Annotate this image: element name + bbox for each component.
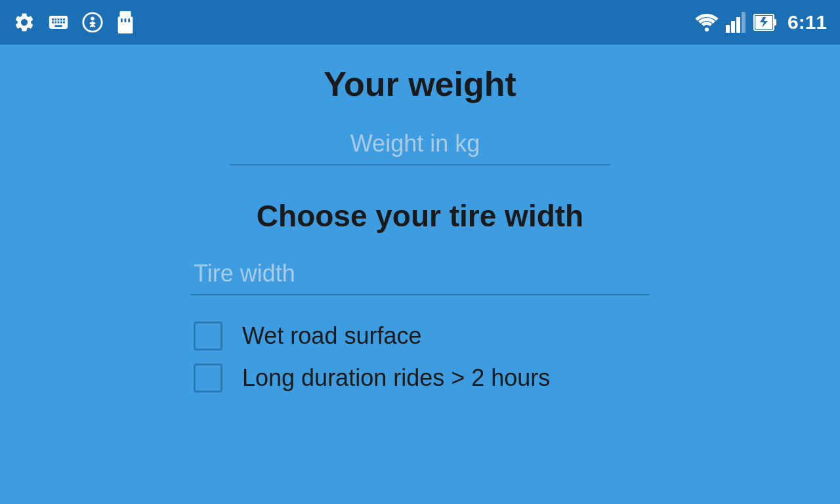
signal-icon xyxy=(726,12,747,33)
status-bar: 6:11 xyxy=(0,0,840,45)
wifi-icon xyxy=(694,12,719,33)
svg-rect-10 xyxy=(128,18,130,22)
status-bar-right-icons: 6:11 xyxy=(694,11,827,33)
checkboxes-container: Wet road surface Long duration rides > 2… xyxy=(190,322,650,392)
wet-road-label: Wet road surface xyxy=(242,322,421,350)
weight-input[interactable] xyxy=(230,123,610,165)
svg-rect-15 xyxy=(742,12,746,33)
long-rides-checkbox[interactable] xyxy=(194,364,222,392)
wet-road-checkbox[interactable] xyxy=(194,322,222,350)
status-time: 6:11 xyxy=(788,11,827,33)
checkbox-row-long-rides: Long duration rides > 2 hours xyxy=(194,364,650,392)
page-title: Your weight xyxy=(324,64,516,104)
weight-input-container xyxy=(230,123,610,165)
tire-width-container xyxy=(190,253,650,295)
svg-point-11 xyxy=(705,28,709,32)
tire-width-section-title: Choose your tire width xyxy=(257,198,583,234)
checkbox-row-wet-road: Wet road surface xyxy=(194,322,650,350)
svg-rect-14 xyxy=(736,17,740,33)
svg-rect-8 xyxy=(121,18,123,22)
svg-rect-9 xyxy=(125,18,127,22)
accessibility-icon xyxy=(81,11,104,33)
long-rides-label: Long duration rides > 2 hours xyxy=(242,364,550,392)
svg-rect-13 xyxy=(731,21,735,33)
keyboard-icon xyxy=(47,11,70,33)
battery-icon xyxy=(753,12,777,32)
svg-rect-17 xyxy=(774,19,776,26)
settings-icon xyxy=(13,11,35,33)
main-content: Your weight Choose your tire width Wet r… xyxy=(0,45,840,504)
svg-rect-7 xyxy=(120,11,131,18)
svg-rect-12 xyxy=(726,25,730,33)
tire-width-input[interactable] xyxy=(190,253,650,295)
storage-icon xyxy=(116,11,135,33)
status-bar-left-icons xyxy=(13,11,135,33)
svg-point-1 xyxy=(91,17,94,21)
